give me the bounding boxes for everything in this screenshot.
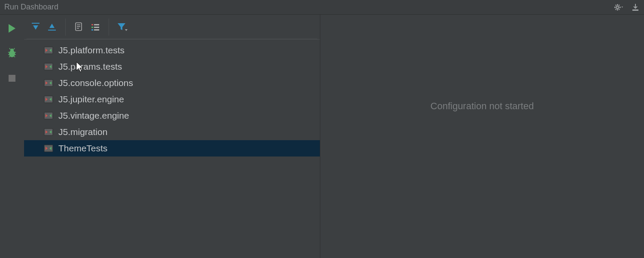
svg-rect-9 (77, 26, 80, 27)
play-icon (7, 23, 17, 34)
svg-rect-10 (77, 28, 79, 29)
expand-all-icon (31, 22, 40, 32)
status-message: Configuration not started (431, 101, 534, 112)
svg-rect-16 (94, 29, 99, 31)
run-config-icon (44, 46, 53, 55)
group-by-button[interactable] (89, 21, 102, 34)
svg-rect-11 (91, 24, 93, 25)
svg-rect-5 (32, 23, 39, 24)
svg-rect-6 (48, 30, 56, 31)
config-item-label: J5.console.options (58, 78, 133, 88)
svg-rect-13 (91, 27, 93, 28)
config-item[interactable]: J5.migration (24, 124, 320, 140)
svg-point-3 (10, 49, 14, 52)
collapse-all-button[interactable] (46, 21, 58, 34)
config-item-label: ThemeTests (58, 143, 107, 154)
run-config-icon (44, 127, 53, 137)
edit-config-icon (74, 22, 84, 32)
hide-button[interactable] (631, 3, 640, 12)
config-item-label: J5.migration (58, 127, 107, 137)
edit-config-button[interactable] (73, 21, 85, 34)
hide-icon (631, 3, 640, 12)
run-config-icon (44, 111, 53, 120)
svg-rect-1 (632, 9, 638, 11)
main-area: J5.platform.testsJ5.params.testsJ5.conso… (0, 15, 644, 258)
debug-button[interactable] (6, 47, 18, 59)
configurations-tree[interactable]: J5.platform.testsJ5.params.testsJ5.conso… (24, 40, 320, 258)
action-column (0, 15, 24, 258)
run-config-icon (44, 78, 53, 88)
collapse-all-icon (47, 22, 57, 32)
config-item-label: J5.jupiter.engine (58, 94, 124, 104)
config-item[interactable]: J5.platform.tests (24, 42, 320, 58)
gear-icon (614, 3, 623, 12)
svg-rect-15 (91, 29, 93, 31)
config-item-label: J5.params.tests (58, 61, 122, 72)
config-item[interactable]: J5.vintage.engine (24, 108, 320, 124)
config-item-label: J5.vintage.engine (58, 111, 129, 121)
config-item[interactable]: J5.jupiter.engine (24, 91, 320, 108)
config-item[interactable]: J5.console.options (24, 75, 320, 91)
run-button[interactable] (6, 22, 18, 34)
run-config-icon (44, 144, 53, 153)
panel-title: Run Dashboard (4, 3, 58, 12)
expand-all-button[interactable] (29, 21, 42, 34)
svg-rect-4 (9, 75, 15, 82)
stop-button[interactable] (6, 72, 18, 84)
run-config-icon (44, 95, 53, 104)
details-panel: Configuration not started (320, 15, 644, 258)
filter-icon (117, 22, 128, 32)
svg-rect-8 (77, 25, 80, 25)
config-item[interactable]: J5.params.tests (24, 58, 320, 75)
svg-rect-14 (94, 27, 99, 28)
configurations-panel: J5.platform.testsJ5.params.testsJ5.conso… (24, 15, 320, 258)
tree-toolbar (24, 15, 320, 40)
config-item-label: J5.platform.tests (58, 45, 125, 55)
svg-point-0 (617, 6, 619, 9)
toolbar-separator (65, 18, 66, 36)
title-bar: Run Dashboard (0, 0, 644, 15)
group-by-icon (91, 22, 100, 32)
config-item[interactable]: ThemeTests (24, 140, 320, 157)
svg-rect-12 (94, 24, 99, 25)
run-config-icon (44, 62, 53, 71)
bug-icon (6, 48, 18, 59)
toolbar-separator (109, 18, 109, 36)
filter-button[interactable] (116, 21, 129, 34)
stop-icon (8, 74, 16, 83)
settings-button[interactable] (614, 3, 623, 12)
